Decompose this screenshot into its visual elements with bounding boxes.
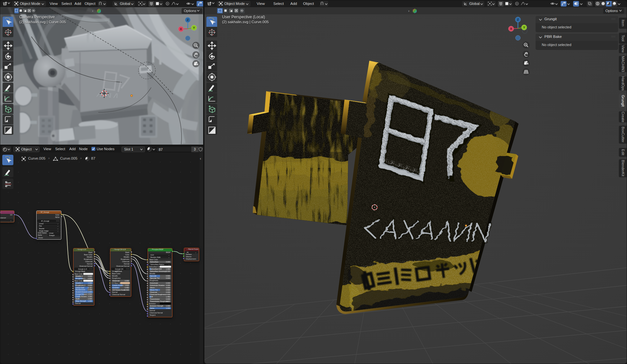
svg-text:X: X: [180, 27, 182, 31]
svg-text:Z: Z: [187, 18, 189, 22]
svg-text:X: X: [510, 27, 512, 30]
svg-text:Z: Z: [517, 18, 519, 21]
